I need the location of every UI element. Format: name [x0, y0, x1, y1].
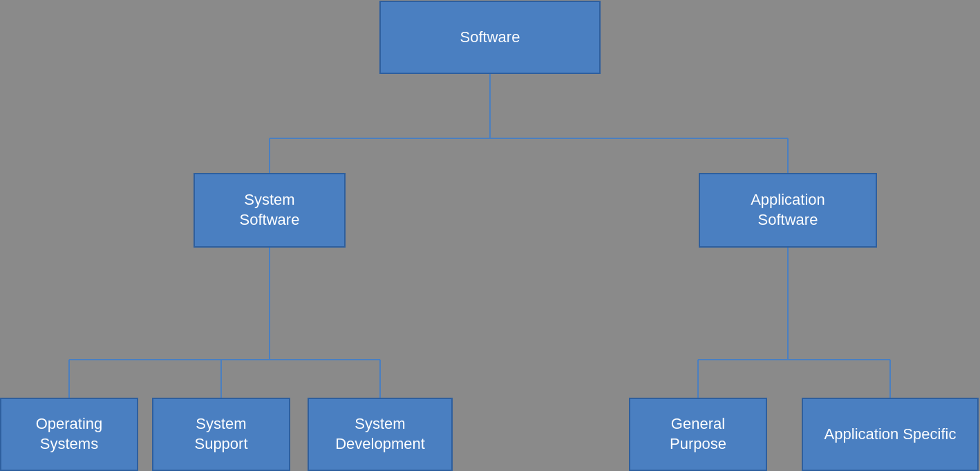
node-app-specific-label: Application Specific — [824, 425, 957, 445]
node-software-label: Software — [460, 28, 520, 48]
node-system-support-label: SystemSupport — [194, 414, 247, 454]
node-system-support: SystemSupport — [152, 398, 290, 471]
node-app-software-label: ApplicationSoftware — [751, 190, 825, 230]
node-software: Software — [379, 1, 601, 74]
node-system-software-label: SystemSoftware — [240, 190, 300, 230]
node-general-purpose: GeneralPurpose — [629, 398, 767, 471]
node-os: OperatingSystems — [0, 398, 138, 471]
node-system-dev-label: SystemDevelopment — [335, 414, 425, 454]
node-system-software: SystemSoftware — [194, 173, 346, 248]
diagram: Software SystemSoftware ApplicationSoftw… — [0, 0, 980, 471]
node-app-specific: Application Specific — [802, 398, 979, 471]
node-os-label: OperatingSystems — [36, 414, 103, 454]
node-app-software: ApplicationSoftware — [699, 173, 877, 248]
node-general-purpose-label: GeneralPurpose — [670, 414, 726, 454]
node-system-dev: SystemDevelopment — [308, 398, 453, 471]
